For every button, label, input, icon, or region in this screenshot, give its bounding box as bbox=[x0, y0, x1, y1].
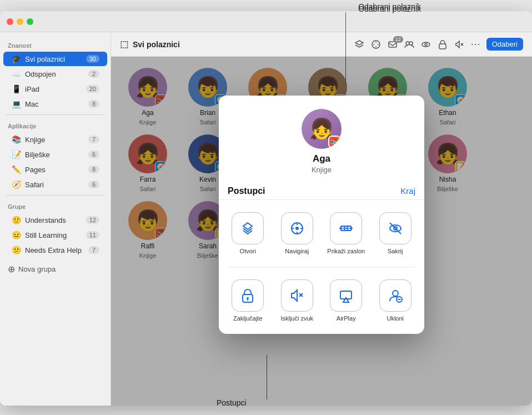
sidebar-item-label: Bilješke bbox=[25, 151, 84, 159]
badge-knjige: 7 bbox=[88, 136, 99, 143]
sidebar-item-ipad[interactable]: 📱 iPad 20 bbox=[3, 82, 107, 96]
badge-mac: 8 bbox=[88, 100, 99, 108]
action-ukloni[interactable]: Ukloni bbox=[371, 274, 420, 327]
main-window: Znanost 🎓 Svi polaznici 30 ☁️ Odspojen 2… bbox=[0, 11, 532, 406]
lock-icon[interactable] bbox=[436, 38, 449, 51]
still-learning-icon: 😐 bbox=[11, 230, 21, 240]
kraj-button[interactable]: Kraj bbox=[400, 186, 415, 196]
group-icon[interactable] bbox=[403, 38, 415, 51]
iskljuci-zvuk-icon-box bbox=[281, 279, 313, 312]
new-group-label: Nova grupa bbox=[18, 265, 56, 273]
sidebar-item-safari[interactable]: 🧭 Safari 6 bbox=[3, 177, 107, 192]
sidebar-item-label: iPad bbox=[25, 85, 82, 93]
title-bar bbox=[0, 11, 532, 32]
action-navigiraj[interactable]: Navigiraj bbox=[273, 207, 322, 260]
divider-1 bbox=[6, 114, 105, 115]
content-body: 👧 📚 Aga Knjige 👦 🧭 Brian Safari 👧 📝 Chel… bbox=[111, 57, 532, 406]
badge-pages: 8 bbox=[88, 166, 99, 173]
prikazi-zaslon-label: Prikaži zaslon bbox=[327, 248, 365, 254]
sidebar-item-pages[interactable]: ✏️ Pages 8 bbox=[3, 162, 107, 177]
actions-modal: 👧 📚 Aga Knjige Postupci Kraj bbox=[219, 96, 424, 334]
svg-point-14 bbox=[295, 227, 299, 230]
badge-odspojen: 2 bbox=[88, 70, 99, 78]
sidebar-toggle-icon[interactable]: ⬚ bbox=[120, 39, 128, 49]
sidebar-item-biljeske[interactable]: 📝 Bilješke 6 bbox=[3, 147, 107, 162]
layers-icon[interactable] bbox=[353, 38, 365, 51]
odaberi-button[interactable]: Odaberi bbox=[486, 38, 523, 51]
understands-icon: 🙂 bbox=[11, 215, 21, 225]
modal-title: Postupci bbox=[228, 186, 265, 196]
safari-icon: 🧭 bbox=[11, 179, 21, 189]
sakrij-icon-box bbox=[379, 212, 411, 244]
zakljucajte-icon-box bbox=[232, 279, 264, 312]
divider-2 bbox=[6, 195, 105, 196]
zakljucajte-label: Zaključajte bbox=[233, 315, 263, 322]
sidebar-item-label: Svi polaznici bbox=[25, 55, 82, 63]
action-zakljucajte[interactable]: Zaključajte bbox=[223, 274, 273, 327]
section-label-znanost: Znanost bbox=[0, 38, 111, 51]
sidebar-item-mac[interactable]: 💻 Mac 8 bbox=[3, 97, 107, 111]
badge-svi-polaznici: 30 bbox=[86, 55, 99, 63]
minimize-button[interactable] bbox=[17, 18, 23, 25]
badge-needs-help: 7 bbox=[88, 246, 99, 254]
svi-polaznici-icon: 🎓 bbox=[11, 54, 21, 64]
modal-overlay[interactable]: 👧 📚 Aga Knjige Postupci Kraj bbox=[111, 57, 532, 406]
action-otvori[interactable]: Otvori bbox=[223, 207, 273, 260]
action-airplay[interactable]: AirPlay bbox=[322, 274, 371, 327]
mac-icon: 💻 bbox=[11, 99, 21, 109]
modal-student-name: Aga bbox=[313, 153, 330, 164]
ipad-icon: 📱 bbox=[11, 84, 21, 94]
pages-icon: ✏️ bbox=[11, 164, 21, 174]
sidebar-item-still-learning[interactable]: 😐 Still Learning 11 bbox=[3, 228, 107, 242]
svg-point-8 bbox=[422, 42, 430, 47]
otvori-icon-box bbox=[232, 212, 264, 244]
compass-icon[interactable] bbox=[370, 38, 382, 51]
mail-icon[interactable]: 12 bbox=[387, 38, 399, 51]
maximize-button[interactable] bbox=[27, 18, 33, 25]
action-prikazi-zaslon[interactable]: Prikaži zaslon bbox=[322, 207, 371, 260]
sidebar-item-label: Knjige bbox=[25, 136, 84, 144]
sidebar-item-label: Safari bbox=[25, 181, 84, 189]
actions-grid-row2: Zaključajte bbox=[219, 267, 424, 334]
ukloni-icon-box bbox=[379, 279, 411, 312]
cloud-icon: ☁️ bbox=[11, 69, 21, 79]
badge-biljeske: 6 bbox=[88, 151, 99, 158]
sidebar-item-needs-extra-help[interactable]: 😕 Needs Extra Help 7 bbox=[3, 243, 107, 257]
mute-icon[interactable] bbox=[453, 38, 465, 51]
sidebar-item-label: Still Learning bbox=[25, 231, 82, 239]
section-label-aplikacije: Aplikacije bbox=[0, 118, 111, 132]
sidebar-item-label: Mac bbox=[25, 100, 84, 108]
svg-rect-10 bbox=[439, 44, 446, 49]
action-sakrij[interactable]: Sakrij bbox=[371, 207, 420, 260]
svg-point-33 bbox=[393, 291, 398, 296]
knjige-icon: 📚 bbox=[11, 134, 21, 144]
prikazi-zaslon-icon-box bbox=[330, 212, 362, 244]
navigiraj-label: Navigiraj bbox=[285, 248, 309, 254]
biljeske-icon: 📝 bbox=[11, 149, 21, 159]
modal-app-badge: 📚 bbox=[328, 136, 340, 148]
sidebar-item-label: Pages bbox=[25, 166, 84, 174]
modal-student-app: Knjige bbox=[312, 166, 332, 174]
badge-safari: 6 bbox=[88, 181, 99, 188]
sidebar-item-odspojen[interactable]: ☁️ Odspojen 2 bbox=[3, 67, 107, 81]
sidebar-item-knjige[interactable]: 📚 Knjige 7 bbox=[3, 132, 107, 147]
modal-header: 👧 📚 Aga Knjige bbox=[219, 96, 424, 181]
eye-icon[interactable] bbox=[420, 38, 432, 51]
section-label-grupe: Grupe bbox=[0, 199, 111, 212]
airplay-icon-box bbox=[330, 279, 362, 312]
sidebar: Znanost 🎓 Svi polaznici 30 ☁️ Odspojen 2… bbox=[0, 32, 111, 406]
badge-still-learning: 11 bbox=[86, 231, 99, 239]
more-icon[interactable]: ··· bbox=[470, 38, 482, 51]
navigiraj-icon-box bbox=[281, 212, 313, 244]
mail-badge: 12 bbox=[393, 36, 403, 43]
sidebar-item-understands[interactable]: 🙂 Understands 12 bbox=[3, 213, 107, 227]
sidebar-item-svi-polaznici[interactable]: 🎓 Svi polaznici 30 bbox=[3, 52, 107, 66]
ukloni-label: Ukloni bbox=[387, 315, 404, 322]
toolbar-title-area: ⬚ Svi polaznici bbox=[120, 39, 348, 49]
new-group-button[interactable]: ⊕ Nova grupa bbox=[0, 261, 111, 278]
sidebar-item-label: Understands bbox=[25, 216, 82, 224]
modal-title-row: Postupci Kraj bbox=[219, 181, 424, 200]
close-button[interactable] bbox=[7, 18, 13, 25]
action-iskljuci-zvuk[interactable]: Isključi zvuk bbox=[273, 274, 322, 327]
svg-point-6 bbox=[406, 42, 409, 45]
